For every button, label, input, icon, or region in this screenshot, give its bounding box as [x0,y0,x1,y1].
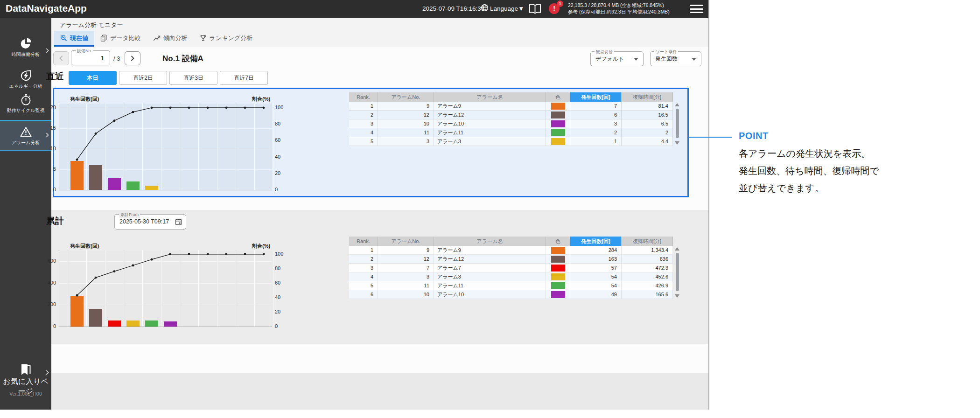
table-cell: 54 [570,281,622,290]
stopwatch-icon [19,93,32,106]
column-header-1[interactable]: Rank. [349,92,378,102]
cumulative-point [95,277,97,279]
alarm-color-cell [546,255,570,264]
view-select-dropdown[interactable]: 観点切替 デフォルト [590,51,644,66]
table-cell: アラーム11 [434,128,546,137]
tab-label: 傾向分析 [163,34,188,42]
gridline [273,104,273,190]
screenshot-root: DataNavigateApp 2025-07-09 T16:16:33 Lan… [0,0,980,418]
column-header-5[interactable]: 発生回数[回] [570,237,622,246]
table-cell: 6 [570,111,622,119]
right-axis-tick: 40 [275,294,289,300]
table-cell: アラーム10 [434,290,546,299]
sidebar-item-label: エネルギー分析 [1,83,50,89]
scrollbar-thumb[interactable] [676,109,679,138]
table-cell: 3 [378,137,434,146]
chevron-right-icon[interactable] [46,131,49,139]
tab-4[interactable]: ランキング分析 [194,31,259,47]
sidebar-item-label: アラーム分析 [1,139,50,146]
left-axis-tick: 5 [43,166,56,172]
cumulative-line [59,104,272,190]
cumulative-from-datepicker[interactable]: 累計From 2025-05-30 T09:17 [114,214,186,230]
table-cell: アラーム3 [434,137,546,146]
column-header-5[interactable]: 発生回数[回] [570,92,622,102]
column-header-4[interactable]: 色 [546,92,570,102]
chevron-right-icon[interactable] [46,47,49,55]
sidebar-item-1[interactable]: 時間稼働分析 [0,36,51,65]
column-header-2[interactable]: アラームNo. [378,92,434,102]
tab-3[interactable]: 傾向分析 [147,31,194,47]
column-header-2[interactable]: アラームNo. [378,237,434,246]
cumulative-point [76,159,78,161]
table-cell: 165.6 [622,290,673,299]
alarm-color-cell [546,137,570,146]
scrollbar-thumb[interactable] [676,253,679,291]
sort-select-dropdown[interactable]: ソート条件 発生回数 [650,51,701,66]
pareto-plot [59,251,272,327]
page-title: アラーム分析 モニター [60,21,123,29]
ranking-icon [200,35,207,42]
cumulative-point [188,253,190,255]
cumulative-point [151,106,153,109]
right-axis-title: 割合(%) [252,96,270,103]
globe-icon [481,4,489,13]
range-button-4[interactable]: 直近7日 [220,71,268,85]
app-version-label: Ver.1.001_H00 [0,391,51,397]
energy-icon [19,69,32,82]
range-button-1[interactable]: 本日 [69,71,117,85]
range-button-2[interactable]: 直近2日 [119,71,167,85]
equipment-no-input[interactable] [75,51,105,65]
left-axis-title: 発生回数(回) [70,96,99,103]
next-equipment-button[interactable] [125,51,140,65]
bookmark-icon [19,363,32,377]
table-cell: 3 [349,119,378,128]
cumulative-section-title: 累計 [46,215,64,227]
table-cell: 4 [349,272,378,281]
tab-2[interactable]: データ比較 [94,31,147,47]
point-annotation-text: 各アラームの発生状況を表示。 [739,147,897,160]
table-cell: 6 [349,290,378,299]
table-cell: 54 [570,272,622,281]
tab-1[interactable]: 現在値 [54,31,94,47]
scroll-up-icon[interactable] [675,103,679,106]
language-menu[interactable]: Language▼ [481,4,524,13]
prev-equipment-button[interactable] [53,51,69,65]
scroll-down-icon[interactable] [675,141,679,145]
equipment-no-field[interactable]: 設備No. [71,50,110,65]
table-cell: 3 [570,119,622,128]
manual-book-icon[interactable] [528,3,542,16]
column-header-3[interactable]: アラーム名 [434,92,546,102]
view-select-value: デフォルト [595,55,624,63]
scroll-up-icon[interactable] [675,247,679,251]
column-header-6[interactable]: 復帰時間[分] [622,237,673,246]
chevron-down-icon [634,58,638,61]
table-cell: 1 [570,137,622,146]
column-header-6[interactable]: 復帰時間[分] [622,92,673,102]
current-value-icon [60,35,67,42]
range-button-3[interactable]: 直近3日 [169,71,217,85]
alarm-color-swatch [551,247,565,254]
table-cell: アラーム9 [434,246,546,255]
chevron-right-icon[interactable] [46,369,49,377]
left-axis-tick: 0 [43,323,56,329]
left-axis-tick: 600 [43,258,56,264]
column-header-3[interactable]: アラーム名 [434,237,546,246]
alarm-color-cell [546,264,570,272]
tab-label: 現在値 [70,34,88,42]
range-button-group: 本日直近2日直近3日直近7日 [69,71,268,85]
column-header-1[interactable]: Rank. [349,237,378,246]
alarm-color-swatch [551,138,565,145]
hamburger-menu-icon[interactable] [690,5,703,13]
calendar-icon[interactable] [175,218,182,227]
right-axis-tick: 40 [275,154,289,160]
alert-icon[interactable]: ! 1 [549,3,560,14]
table-cell: 9 [378,246,434,255]
right-axis-tick: 80 [275,265,289,271]
column-header-4[interactable]: 色 [546,237,570,246]
sidebar: 時間稼働分析エネルギー分析動作サイクル監視アラーム分析 お気に入りページ Ver… [0,18,51,410]
alarm-color-cell [546,128,570,137]
alarm-color-swatch [551,256,565,263]
right-axis-tick: 60 [275,137,289,143]
cumulative-from-label: 累計From [119,212,140,218]
scroll-down-icon[interactable] [675,294,679,298]
